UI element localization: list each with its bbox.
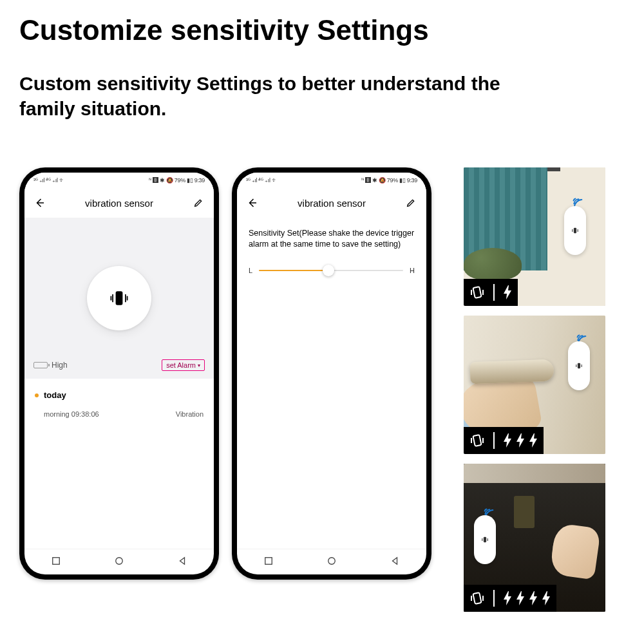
- history-panel: today morning 09:38:06 Vibration: [24, 379, 214, 549]
- divider: [493, 432, 495, 449]
- sensitivity-panel: Sensitivity Set(Please shake the device …: [237, 218, 426, 549]
- title-bar: vibration sensor: [24, 188, 214, 218]
- bolt-icon: [528, 433, 538, 448]
- bolt-group: [502, 591, 551, 606]
- vibration-badge-icon: [469, 279, 486, 306]
- status-bar: ³ᴳ ₊ıl ⁴ᴳ ₊ıl ᯤ ᴺ 🅱 ✱ 🔕 79% ▮▯ 9:39: [24, 173, 214, 188]
- svg-point-2: [116, 557, 123, 564]
- svg-rect-5: [574, 228, 576, 233]
- sensitivity-slider[interactable]: [259, 270, 403, 271]
- vibration-badge-icon: [469, 427, 486, 454]
- bolt-icon: [502, 433, 513, 448]
- bolt-icon: [541, 591, 551, 606]
- svg-rect-3: [265, 557, 272, 564]
- phone-device-2: ³ᴳ ₊ıl ⁴ᴳ ₊ıl ᯤ ᴺ 🅱 ✱ 🔕 79% ▮▯ 9:39 vibr…: [232, 167, 431, 580]
- vibration-icon: [480, 535, 489, 544]
- bolt-icon: [528, 591, 538, 606]
- vibration-badge-icon: [469, 585, 486, 612]
- svg-rect-8: [473, 435, 481, 446]
- bolt-icon: [502, 591, 513, 606]
- intensity-badge: [464, 585, 556, 612]
- bolt-icon: [515, 591, 526, 606]
- sensor-status-panel: High set Alarm ▾: [24, 218, 214, 379]
- android-nav-bar: [237, 549, 426, 574]
- sensor-device: [568, 341, 590, 390]
- slider-high-label: H: [410, 267, 415, 274]
- today-dot-icon: [35, 393, 39, 397]
- vibration-icon: [574, 361, 583, 370]
- event-row[interactable]: morning 09:38:06 Vibration: [35, 410, 204, 418]
- event-time: morning 09:38:06: [44, 410, 99, 418]
- set-alarm-button[interactable]: set Alarm ▾: [162, 359, 205, 371]
- home-icon[interactable]: [327, 556, 336, 568]
- battery-icon: [33, 362, 48, 368]
- safe-panel: [514, 496, 535, 528]
- door-handle: [469, 359, 554, 384]
- title-bar: vibration sensor: [237, 188, 426, 218]
- phone2-screen: ³ᴳ ₊ıl ⁴ᴳ ₊ıl ᯤ ᴺ 🅱 ✱ 🔕 79% ▮▯ 9:39 vibr…: [237, 173, 426, 574]
- sensitivity-slider-row: L H: [249, 267, 415, 274]
- sensor-button[interactable]: [87, 266, 151, 330]
- divider: [493, 284, 495, 301]
- scene-door: [464, 316, 605, 454]
- svg-rect-10: [473, 592, 481, 604]
- subhead: Custom sensitivity Settings to better un…: [19, 71, 535, 121]
- status-left: ³ᴳ ₊ıl ⁴ᴳ ₊ıl ᯤ: [33, 177, 65, 184]
- slider-fill: [259, 270, 328, 271]
- today-header: today: [35, 390, 204, 400]
- bolt-group: [502, 285, 513, 300]
- status-left: ³ᴳ ₊ıl ⁴ᴳ ₊ıl ᯤ: [246, 177, 278, 184]
- plant: [464, 248, 522, 280]
- back-nav-icon[interactable]: [390, 556, 399, 568]
- sensor-device: [564, 206, 586, 255]
- safe-top: [464, 464, 605, 483]
- slider-low-label: L: [249, 267, 252, 274]
- battery-level: High: [33, 361, 68, 370]
- divider: [493, 590, 495, 607]
- bolt-icon: [502, 285, 513, 300]
- event-type: Vibration: [176, 410, 204, 418]
- scene-wall: [464, 167, 605, 306]
- headline: Customize sensitivity Settings: [19, 14, 429, 46]
- phone1-screen: ³ᴳ ₊ıl ⁴ᴳ ₊ıl ᯤ ᴺ 🅱 ✱ 🔕 79% ▮▯ 9:39 vibr…: [24, 173, 214, 574]
- back-icon[interactable]: [33, 196, 46, 209]
- home-icon[interactable]: [115, 556, 124, 568]
- status-right: ᴺ 🅱 ✱ 🔕 79% ▮▯ 9:39: [149, 177, 205, 184]
- edit-icon[interactable]: [192, 196, 205, 209]
- sensitivity-instruction: Sensitivity Set(Please shake the device …: [249, 228, 415, 250]
- phone-device-1: ³ᴳ ₊ıl ⁴ᴳ ₊ıl ᯤ ᴺ 🅱 ✱ 🔕 79% ▮▯ 9:39 vibr…: [19, 167, 219, 580]
- today-label: today: [44, 390, 66, 400]
- status-right: ᴺ 🅱 ✱ 🔕 79% ▮▯ 9:39: [361, 177, 417, 184]
- svg-point-4: [328, 557, 336, 564]
- sensor-device: [474, 515, 496, 564]
- slider-thumb[interactable]: [323, 265, 334, 276]
- page-title: vibration sensor: [298, 198, 366, 209]
- back-nav-icon[interactable]: [178, 556, 187, 568]
- svg-rect-0: [116, 291, 123, 305]
- recent-apps-icon[interactable]: [52, 556, 61, 568]
- edit-icon[interactable]: [404, 196, 417, 209]
- set-alarm-label: set Alarm: [166, 361, 196, 369]
- svg-rect-1: [53, 557, 60, 564]
- battery-label: High: [52, 361, 68, 370]
- vibration-icon: [571, 226, 580, 235]
- intensity-badge: [464, 279, 518, 306]
- page-title: vibration sensor: [85, 198, 153, 209]
- recent-apps-icon[interactable]: [264, 556, 273, 568]
- svg-rect-7: [578, 363, 580, 368]
- status-bar: ³ᴳ ₊ıl ⁴ᴳ ₊ıl ᯤ ᴺ 🅱 ✱ 🔕 79% ▮▯ 9:39: [237, 173, 426, 188]
- android-nav-bar: [24, 549, 214, 574]
- svg-rect-6: [473, 287, 481, 298]
- bolt-icon: [515, 433, 526, 448]
- scene-safe: [464, 464, 605, 612]
- intensity-badge: [464, 427, 544, 454]
- svg-rect-9: [484, 537, 486, 542]
- vibration-icon: [108, 287, 131, 310]
- back-icon[interactable]: [246, 196, 259, 209]
- bolt-group: [502, 433, 538, 448]
- chevron-down-icon: ▾: [198, 363, 200, 368]
